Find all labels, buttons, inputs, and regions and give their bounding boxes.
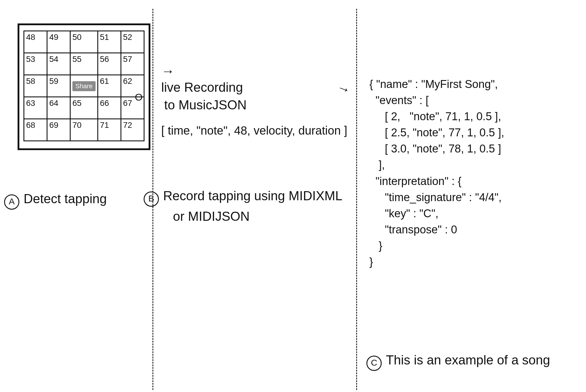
grid-cell-value: 55 bbox=[72, 55, 81, 64]
grid-cell-value: 65 bbox=[72, 99, 81, 108]
song-json-example: { "name" : "MyFirst Song", "events" : [ … bbox=[369, 76, 504, 270]
grid-cell[interactable]: 70 bbox=[70, 119, 98, 141]
grid-cell[interactable]: 65 bbox=[70, 97, 98, 119]
grid-cell[interactable]: 52 bbox=[121, 31, 144, 53]
grid-cell[interactable]: 69 bbox=[47, 119, 70, 141]
step-a-label: A bbox=[4, 194, 19, 210]
step-b-label: B bbox=[144, 191, 159, 207]
grid-cell-value: 49 bbox=[49, 33, 58, 42]
grid-cell-value: 48 bbox=[26, 33, 35, 42]
grid-cell[interactable]: 50 bbox=[70, 31, 98, 53]
panel-b-caption: B Record tapping using MIDIXML bbox=[144, 188, 342, 207]
grid-cell[interactable]: 54 bbox=[47, 53, 70, 75]
event-template: [ time, "note", 48, velocity, duration ] bbox=[161, 123, 347, 138]
grid-cell-value: 71 bbox=[100, 121, 109, 130]
diagram-canvas: 48 49 50 51 52 53 54 55 56 57 58 59 Shar… bbox=[0, 0, 586, 392]
grid-cell[interactable]: 61 bbox=[98, 75, 121, 97]
grid-cell-value: 70 bbox=[72, 121, 81, 130]
grid-cell-value: 62 bbox=[123, 77, 132, 86]
panel-a-caption: A Detect tapping bbox=[4, 191, 107, 210]
grid-cell[interactable]: 64 bbox=[47, 97, 70, 119]
output-marker: O bbox=[135, 91, 142, 103]
grid-cell[interactable]: 48 bbox=[24, 31, 47, 53]
grid-cell-value: 63 bbox=[26, 99, 35, 108]
grid-cell-value: 66 bbox=[100, 99, 109, 108]
grid-cell-value: 53 bbox=[26, 55, 35, 64]
panel-b-line2: to MusicJSON bbox=[164, 97, 247, 113]
grid-cell-value: 64 bbox=[49, 99, 58, 108]
grid-cell[interactable]: 66 bbox=[98, 97, 121, 119]
panel-c-caption: C This is an example of a song bbox=[366, 352, 550, 371]
panel-c-caption-text: This is an example of a song bbox=[386, 353, 550, 367]
grid-cell-value: 67 bbox=[123, 99, 132, 108]
grid-cell[interactable]: 55 bbox=[70, 53, 98, 75]
grid-cell-value: 61 bbox=[100, 77, 109, 86]
step-c-label: C bbox=[366, 356, 382, 371]
share-button[interactable]: Share bbox=[72, 81, 96, 91]
divider-2 bbox=[356, 9, 357, 390]
panel-a-caption-text: Detect tapping bbox=[23, 191, 107, 206]
grid-cell-value: 50 bbox=[72, 33, 81, 42]
grid-cell[interactable]: 59 bbox=[47, 75, 70, 97]
grid-cell-value: 58 bbox=[26, 77, 35, 86]
grid-cell[interactable]: 68 bbox=[24, 119, 47, 141]
panel-b-caption-line1: Record tapping using MIDIXML bbox=[163, 189, 342, 203]
grid-cell[interactable]: 53 bbox=[24, 53, 47, 75]
grid-cell-value: 72 bbox=[123, 121, 132, 130]
panel-b-caption-line2: or MIDIJSON bbox=[173, 208, 250, 224]
grid-cell-value: 59 bbox=[49, 77, 58, 86]
note-grid[interactable]: 48 49 50 51 52 53 54 55 56 57 58 59 Shar… bbox=[23, 30, 145, 141]
grid-cell[interactable]: Share bbox=[70, 75, 98, 97]
grid-cell-value: 69 bbox=[49, 121, 58, 130]
grid-cell-value: 56 bbox=[100, 55, 109, 64]
grid-cell-value: 57 bbox=[123, 55, 132, 64]
grid-cell[interactable]: 51 bbox=[98, 31, 121, 53]
grid-cell[interactable]: 72 bbox=[121, 119, 144, 141]
grid-cell[interactable]: 56 bbox=[98, 53, 121, 75]
grid-cell-value: 52 bbox=[123, 33, 132, 42]
grid-cell-value: 68 bbox=[26, 121, 35, 130]
grid-cell[interactable]: 57 bbox=[121, 53, 144, 75]
grid-cell[interactable]: 58 bbox=[24, 75, 47, 97]
grid-cell-value: 51 bbox=[100, 33, 109, 42]
panel-b-line1: live Recording bbox=[161, 79, 243, 95]
arrow-icon: → bbox=[161, 63, 175, 79]
arrow-icon: → bbox=[335, 79, 353, 98]
grid-cell[interactable]: 49 bbox=[47, 31, 70, 53]
grid-cell[interactable]: 71 bbox=[98, 119, 121, 141]
grid-cell[interactable]: 63 bbox=[24, 97, 47, 119]
grid-cell-value: 54 bbox=[49, 55, 58, 64]
grid-frame: 48 49 50 51 52 53 54 55 56 57 58 59 Shar… bbox=[18, 23, 150, 150]
